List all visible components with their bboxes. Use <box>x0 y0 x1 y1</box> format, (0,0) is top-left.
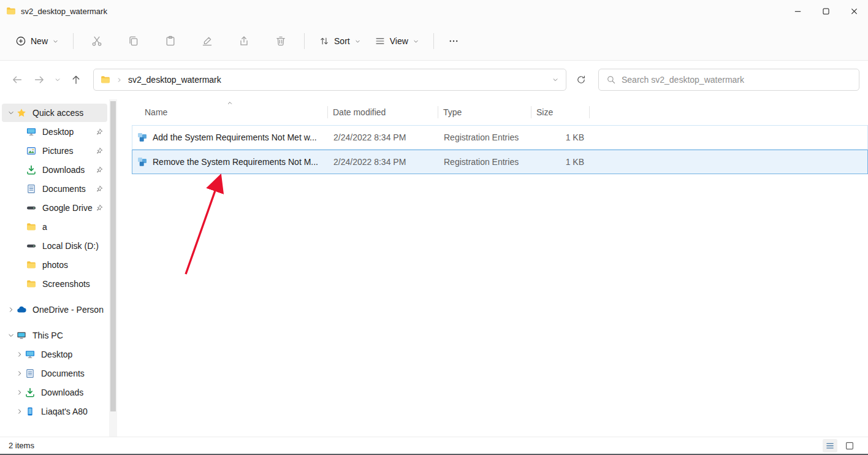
new-plus-icon <box>15 36 26 47</box>
sort-button[interactable]: Sort <box>312 31 368 52</box>
drive-icon <box>26 241 37 251</box>
column-header-label: Date modified <box>333 107 386 117</box>
sidebar-item-label: Local Disk (D:) <box>42 241 99 251</box>
sidebar-item-quick-access[interactable]: Quick access <box>2 104 107 122</box>
pin-icon <box>96 128 103 136</box>
column-header-label: Type <box>443 107 462 117</box>
sidebar-item-this-pc[interactable]: This PC <box>2 326 107 345</box>
rename-button[interactable] <box>195 29 219 53</box>
chevron-down-icon[interactable] <box>6 109 17 117</box>
copy-button[interactable] <box>121 29 146 53</box>
search-input[interactable] <box>622 75 851 85</box>
sidebar-items: Quick accessDesktopPicturesDownloadsDocu… <box>0 104 109 421</box>
sidebar-item-label: Desktop <box>42 127 74 137</box>
details-view-button[interactable] <box>823 439 837 453</box>
search-box[interactable] <box>598 69 859 91</box>
new-button[interactable]: New <box>9 31 66 52</box>
items-count: 2 items <box>9 441 34 450</box>
address-dropdown-chevron[interactable] <box>552 76 559 83</box>
column-header-type[interactable]: Type <box>438 99 531 125</box>
scrollbar-thumb[interactable] <box>110 101 116 411</box>
chevron-right-icon[interactable] <box>14 351 25 358</box>
sidebar-item-a[interactable]: a <box>2 218 107 236</box>
sidebar-item-documents[interactable]: Documents <box>2 364 107 383</box>
back-button[interactable] <box>6 69 28 91</box>
sidebar-item-downloads[interactable]: Downloads <box>2 161 107 179</box>
sidebar-item-label: OneDrive - Person <box>32 305 104 315</box>
file-size: 1 KB <box>532 132 590 142</box>
sidebar-item-label: Quick access <box>32 108 83 118</box>
pin-icon <box>96 204 103 212</box>
pc-icon <box>17 331 28 340</box>
sidebar-item-desktop[interactable]: Desktop <box>2 123 107 141</box>
sidebar-item-label: Screenshots <box>42 279 90 289</box>
large-icons-view-button[interactable] <box>842 439 857 453</box>
view-icon <box>375 36 386 47</box>
file-date-modified: 2/24/2022 8:34 PM <box>329 132 439 142</box>
chevron-down-icon <box>52 38 59 45</box>
file-date-modified: 2/24/2022 8:34 PM <box>329 157 439 167</box>
sidebar-item-google-drive[interactable]: Google Drive <box>2 199 107 217</box>
sidebar-item-label: Downloads <box>42 165 85 175</box>
toolbar-separator <box>433 33 434 49</box>
address-bar[interactable]: sv2_desktop_watermark <box>93 69 566 91</box>
forward-button[interactable] <box>28 69 50 91</box>
column-header-size[interactable]: Size <box>531 99 590 125</box>
chevron-right-icon[interactable] <box>14 370 25 377</box>
up-button[interactable] <box>65 69 87 91</box>
file-size: 1 KB <box>532 157 590 167</box>
more-options-button[interactable] <box>441 29 466 53</box>
sidebar-item-photos[interactable]: photos <box>2 256 107 274</box>
chevron-down-icon[interactable] <box>6 332 17 339</box>
paste-button[interactable] <box>158 29 183 53</box>
sidebar-item-label: Documents <box>42 184 86 194</box>
file-type: Registration Entries <box>439 157 532 167</box>
window-controls <box>783 0 868 22</box>
sidebar-item-pictures[interactable]: Pictures <box>2 142 107 160</box>
chevron-right-icon[interactable] <box>14 408 25 415</box>
file-row-add-the-system-requirements-not-met-w[interactable]: Add the System Requirements Not Met w...… <box>132 125 868 150</box>
sidebar-item-desktop[interactable]: Desktop <box>2 345 107 364</box>
breadcrumb-folder[interactable]: sv2_desktop_watermark <box>128 75 221 85</box>
documents-icon <box>26 184 37 194</box>
file-row-remove-the-system-requirements-not-m[interactable]: Remove the System Requirements Not M...2… <box>132 150 868 174</box>
minimize-button[interactable] <box>783 0 812 22</box>
sidebar-item-label: Desktop <box>41 350 72 359</box>
sidebar-item-label: Liaqat's A80 <box>41 407 88 416</box>
sidebar-item-documents[interactable]: Documents <box>2 180 107 198</box>
sidebar-item-liaqat-s-a80[interactable]: Liaqat's A80 <box>2 402 107 421</box>
titlebar: sv2_desktop_watermark <box>0 0 868 22</box>
maximize-button[interactable] <box>812 0 840 22</box>
sort-button-label: Sort <box>334 36 350 46</box>
chevron-right-icon[interactable] <box>14 389 25 396</box>
navigation-bar: sv2_desktop_watermark <box>0 61 868 99</box>
close-button[interactable] <box>840 0 868 22</box>
sidebar-item-label: photos <box>42 260 68 270</box>
delete-button[interactable] <box>268 29 293 53</box>
sort-icon <box>319 36 330 47</box>
pictures-icon <box>26 146 37 156</box>
desktop-icon <box>25 350 36 359</box>
sidebar-item-label: Downloads <box>41 388 83 397</box>
share-button[interactable] <box>232 29 256 53</box>
sidebar-scrollbar[interactable] <box>109 99 117 437</box>
sidebar-item-onedrive-person[interactable]: OneDrive - Person <box>2 300 107 319</box>
downloads-icon <box>25 388 36 397</box>
recent-locations-chevron[interactable] <box>50 69 65 91</box>
sidebar-item-downloads[interactable]: Downloads <box>2 383 107 402</box>
view-button[interactable]: View <box>368 31 426 52</box>
column-header-date-modified[interactable]: Date modified <box>328 99 438 125</box>
chevron-right-icon[interactable] <box>6 306 17 313</box>
refresh-button[interactable] <box>570 69 592 91</box>
column-header-label: Size <box>536 107 553 117</box>
column-header-name[interactable]: Name <box>132 99 328 125</box>
sidebar-item-label: a <box>42 222 47 232</box>
registry-file-icon <box>137 132 148 143</box>
folder-icon <box>6 6 16 16</box>
sidebar-item-local-disk-d[interactable]: Local Disk (D:) <box>2 237 107 255</box>
view-button-label: View <box>390 36 408 46</box>
folder-icon <box>26 260 37 270</box>
cut-button[interactable] <box>85 29 109 53</box>
registry-file-icon <box>137 156 148 167</box>
sidebar-item-screenshots[interactable]: Screenshots <box>2 275 107 293</box>
